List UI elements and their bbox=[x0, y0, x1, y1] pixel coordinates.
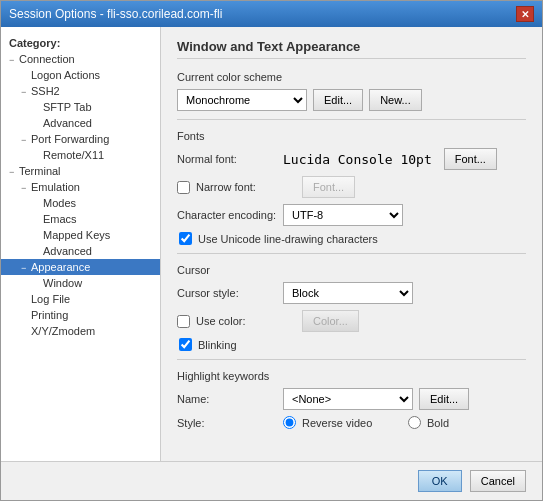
reverse-video-radio[interactable] bbox=[283, 416, 296, 429]
expand-icon: − bbox=[21, 183, 31, 193]
sidebar-item-advanced-terminal[interactable]: Advanced bbox=[1, 243, 160, 259]
sidebar-item-printing[interactable]: Printing bbox=[1, 307, 160, 323]
category-label: Category: bbox=[1, 35, 160, 51]
use-color-checkbox[interactable] bbox=[177, 315, 190, 328]
close-button[interactable]: ✕ bbox=[516, 6, 534, 22]
sidebar-item-label: Port Forwarding bbox=[31, 133, 109, 145]
sidebar-item-modes[interactable]: Modes bbox=[1, 195, 160, 211]
sidebar-item-connection[interactable]: −Connection bbox=[1, 51, 160, 67]
main-panel: Window and Text Appearance Current color… bbox=[161, 27, 542, 461]
sidebar-item-label: Remote/X11 bbox=[43, 149, 104, 161]
sidebar-item-sftp-tab[interactable]: SFTP Tab bbox=[1, 99, 160, 115]
expand-icon: − bbox=[9, 55, 19, 65]
content-area: Category: −ConnectionLogon Actions−SSH2S… bbox=[1, 27, 542, 461]
sidebar-item-label: Log File bbox=[31, 293, 70, 305]
narrow-font-checkbox[interactable] bbox=[177, 181, 190, 194]
sidebar-item-advanced-ssh2[interactable]: Advanced bbox=[1, 115, 160, 131]
ok-button[interactable]: OK bbox=[418, 470, 462, 492]
title-bar: Session Options - fli-sso.corilead.com-f… bbox=[1, 1, 542, 27]
expand-icon: − bbox=[21, 263, 31, 273]
unicode-row: Use Unicode line-drawing characters bbox=[179, 232, 526, 245]
sidebar-item-emacs[interactable]: Emacs bbox=[1, 211, 160, 227]
sidebar-item-label: Emulation bbox=[31, 181, 80, 193]
encoding-select[interactable]: UTF-8 bbox=[283, 204, 403, 226]
session-options-window: Session Options - fli-sso.corilead.com-f… bbox=[0, 0, 543, 501]
color-scheme-row: Monochrome Edit... New... bbox=[177, 89, 526, 111]
sidebar-item-mapped-keys[interactable]: Mapped Keys bbox=[1, 227, 160, 243]
highlight-section-label: Highlight keywords bbox=[177, 370, 526, 382]
normal-font-label: Normal font: bbox=[177, 153, 277, 165]
sidebar-item-label: Advanced bbox=[43, 245, 92, 257]
narrow-font-button: Font... bbox=[302, 176, 355, 198]
expand-icon: − bbox=[21, 87, 31, 97]
narrow-font-label: Narrow font: bbox=[196, 181, 296, 193]
blinking-label: Blinking bbox=[198, 339, 237, 351]
cursor-style-label: Cursor style: bbox=[177, 287, 277, 299]
highlight-name-label: Name: bbox=[177, 393, 277, 405]
highlight-name-row: Name: <None> Edit... bbox=[177, 388, 526, 410]
cursor-style-select[interactable]: Block Underline Vertical Bar bbox=[283, 282, 413, 304]
blinking-row: Blinking bbox=[179, 338, 526, 351]
sidebar-item-logon-actions[interactable]: Logon Actions bbox=[1, 67, 160, 83]
encoding-row: Character encoding: UTF-8 bbox=[177, 204, 526, 226]
footer: OK Cancel bbox=[1, 461, 542, 500]
sidebar-item-label: Appearance bbox=[31, 261, 90, 273]
sidebar-item-emulation[interactable]: −Emulation bbox=[1, 179, 160, 195]
sidebar-item-label: Window bbox=[43, 277, 82, 289]
sidebar-item-appearance[interactable]: −Appearance bbox=[1, 259, 160, 275]
color-scheme-select[interactable]: Monochrome bbox=[177, 89, 307, 111]
window-title: Session Options - fli-sso.corilead.com-f… bbox=[9, 7, 222, 21]
unicode-checkbox[interactable] bbox=[179, 232, 192, 245]
sidebar-item-xy-zmodem[interactable]: X/Y/Zmodem bbox=[1, 323, 160, 339]
sidebar-item-label: Connection bbox=[19, 53, 75, 65]
panel-title: Window and Text Appearance bbox=[177, 39, 526, 59]
highlight-name-select[interactable]: <None> bbox=[283, 388, 413, 410]
unicode-label: Use Unicode line-drawing characters bbox=[198, 233, 378, 245]
cancel-button[interactable]: Cancel bbox=[470, 470, 526, 492]
sidebar-item-label: Logon Actions bbox=[31, 69, 100, 81]
sidebar-item-remote-x11[interactable]: Remote/X11 bbox=[1, 147, 160, 163]
divider-1 bbox=[177, 119, 526, 120]
normal-font-value: Lucida Console 10pt bbox=[283, 152, 432, 167]
sidebar-item-label: Modes bbox=[43, 197, 76, 209]
fonts-section-label: Fonts bbox=[177, 130, 526, 142]
highlight-edit-button[interactable]: Edit... bbox=[419, 388, 469, 410]
normal-font-row: Normal font: Lucida Console 10pt Font... bbox=[177, 148, 526, 170]
encoding-label: Character encoding: bbox=[177, 209, 277, 221]
use-color-row: Use color: Color... bbox=[177, 310, 526, 332]
use-color-label: Use color: bbox=[196, 315, 296, 327]
sidebar-item-label: Printing bbox=[31, 309, 68, 321]
sidebar-item-log-file[interactable]: Log File bbox=[1, 291, 160, 307]
sidebar-item-label: Emacs bbox=[43, 213, 77, 225]
reverse-video-label: Reverse video bbox=[302, 417, 402, 429]
highlight-style-row: Style: Reverse video Bold bbox=[177, 416, 526, 429]
sidebar-item-ssh2[interactable]: −SSH2 bbox=[1, 83, 160, 99]
sidebar-item-port-forwarding[interactable]: −Port Forwarding bbox=[1, 131, 160, 147]
bold-label: Bold bbox=[427, 417, 527, 429]
sidebar-item-terminal[interactable]: −Terminal bbox=[1, 163, 160, 179]
new-scheme-button[interactable]: New... bbox=[369, 89, 422, 111]
divider-2 bbox=[177, 253, 526, 254]
color-scheme-dropdown-wrap: Monochrome Edit... New... bbox=[177, 89, 422, 111]
cursor-style-row: Cursor style: Block Underline Vertical B… bbox=[177, 282, 526, 304]
sidebar-item-label: SSH2 bbox=[31, 85, 60, 97]
divider-3 bbox=[177, 359, 526, 360]
edit-scheme-button[interactable]: Edit... bbox=[313, 89, 363, 111]
color-button: Color... bbox=[302, 310, 359, 332]
blinking-checkbox[interactable] bbox=[179, 338, 192, 351]
color-scheme-label: Current color scheme bbox=[177, 71, 526, 83]
sidebar-item-label: SFTP Tab bbox=[43, 101, 92, 113]
expand-icon: − bbox=[21, 135, 31, 145]
normal-font-button[interactable]: Font... bbox=[444, 148, 497, 170]
sidebar-item-label: Advanced bbox=[43, 117, 92, 129]
sidebar-item-window[interactable]: Window bbox=[1, 275, 160, 291]
sidebar-item-label: Mapped Keys bbox=[43, 229, 110, 241]
sidebar: Category: −ConnectionLogon Actions−SSH2S… bbox=[1, 27, 161, 461]
bold-radio[interactable] bbox=[408, 416, 421, 429]
expand-icon: − bbox=[9, 167, 19, 177]
narrow-font-row: Narrow font: Font... bbox=[177, 176, 526, 198]
sidebar-item-label: X/Y/Zmodem bbox=[31, 325, 95, 337]
highlight-style-label: Style: bbox=[177, 417, 277, 429]
cursor-section-label: Cursor bbox=[177, 264, 526, 276]
sidebar-item-label: Terminal bbox=[19, 165, 61, 177]
